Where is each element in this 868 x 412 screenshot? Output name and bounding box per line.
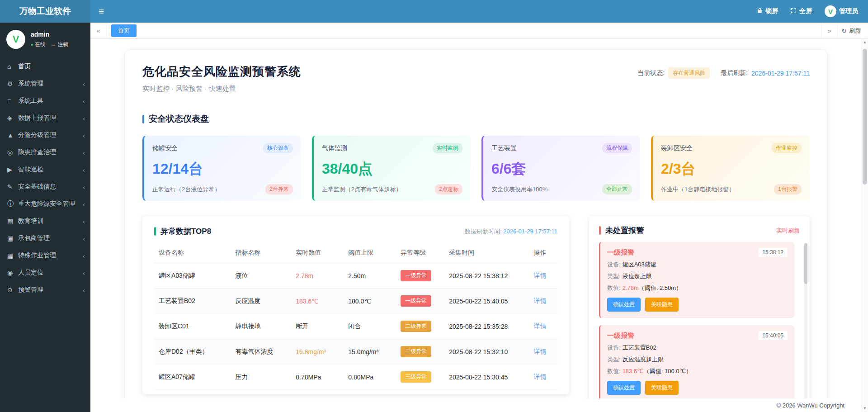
lock-screen-button[interactable]: 锁屏 (757, 7, 778, 15)
card-badge: 全部正常 (602, 184, 632, 194)
table-row: 罐区A03储罐 液位 2.78m 2.50m 一级异常 2025-08-22 1… (154, 263, 557, 289)
cell-threshold: 闭合 (344, 314, 396, 339)
fullscreen-icon (791, 8, 797, 15)
link-hazard-button[interactable]: 关联隐患 (645, 298, 679, 312)
tabs-scroll-right-icon[interactable]: » (821, 23, 837, 38)
refresh-button[interactable]: ↻ 刷新 (837, 23, 868, 38)
scrollbar-thumb[interactable] (863, 49, 867, 185)
sidebar-item-label: 首页 (18, 62, 85, 71)
app-brand: 万物工业软件 (0, 0, 90, 23)
live-refresh-label: 实时刷新 (776, 227, 800, 235)
card-badge: 2台异常 (265, 184, 293, 194)
logout-link[interactable]: →注销 (51, 41, 68, 48)
confirm-handle-button[interactable]: 确认处置 (607, 381, 641, 395)
status-card-loading: 装卸区安全 作业监控 2/3台 作业中（1台静电接地报警） 1台报警 (651, 136, 810, 201)
sidebar-item-risk-grading[interactable]: ▲ 分险分级管理 ‹ (0, 127, 90, 144)
menu-toggle-icon[interactable]: ≡ (90, 0, 112, 23)
user-menu[interactable]: V 管理员 (825, 5, 858, 17)
sidebar-item-label: 隐患排查治理 (18, 148, 83, 156)
avatar: V (6, 30, 25, 49)
sidebar-item-smart-patrol[interactable]: ▶ 智能巡检 ‹ (0, 161, 90, 178)
detail-link[interactable]: 详情 (534, 373, 547, 380)
card-tag: 实时监测 (433, 143, 462, 153)
refresh-label: 刷新 (849, 27, 861, 35)
cell-time: 2025-08-22 15:38:12 (444, 263, 529, 289)
cell-device: 罐区A07储罐 (154, 365, 231, 390)
chevron-left-icon: ‹ (83, 132, 85, 139)
alarm-device-label: 设备: (607, 344, 621, 351)
sidebar-item-major-hazard[interactable]: ⓘ 重大危险源安全管理 ‹ (0, 195, 90, 213)
alarm-threshold-value: （阈值: 2.50m） (639, 284, 682, 291)
logout-label: 注销 (57, 41, 68, 47)
chevron-left-icon: ‹ (83, 200, 85, 208)
alarm-scrollbar-thumb[interactable] (804, 243, 807, 284)
detail-link[interactable]: 详情 (534, 322, 547, 330)
status-card-gas: 气体监测 实时监测 38/40点 正常监测（2点有毒气体超标） 2点超标 (312, 136, 471, 201)
page-status: 当前状态: 存在普通风险 最后刷新: 2026-01-29 17:57:11 (637, 67, 810, 79)
cell-indicator: 有毒气体浓度 (231, 339, 291, 365)
sidebar-item-early-warning[interactable]: ⊙ 预警管理 ‹ (0, 281, 90, 298)
level-badge: 二级异常 (401, 346, 431, 357)
col-device-name: 设备名称 (154, 243, 231, 263)
section-bar (599, 226, 601, 235)
early-warning-icon: ⊙ (7, 286, 18, 294)
footer: © 2026 WanWu Copyright (90, 398, 861, 412)
col-threshold: 阈值上限 (344, 243, 396, 263)
scroll-down-icon[interactable]: ▼ (861, 405, 868, 412)
smart-patrol-icon: ▶ (7, 166, 18, 173)
cell-device: 工艺装置B02 (154, 289, 231, 314)
last-refresh-time: 2026-01-29 17:57:11 (751, 70, 810, 77)
topbar: 万物工业软件 ≡ 锁屏 全屏 V 管理员 (0, 0, 868, 23)
scroll-up-icon[interactable]: ▲ (861, 39, 868, 46)
online-label: 在线 (34, 41, 45, 47)
chevron-left-icon: ‹ (83, 80, 85, 88)
fullscreen-button[interactable]: 全屏 (791, 7, 812, 15)
cell-time: 2025-08-22 15:35:28 (444, 314, 529, 339)
link-hazard-button[interactable]: 关联隐患 (645, 381, 679, 395)
alarm-time-chip: 15:40:05 (758, 331, 788, 340)
detail-link[interactable]: 详情 (534, 348, 547, 355)
alarm-type-value: 反应温度超上限 (623, 356, 664, 363)
section-bar (142, 115, 144, 123)
vertical-scrollbar[interactable]: ▲ ▼ (861, 39, 868, 412)
avatar: V (825, 5, 836, 17)
sidebar-item-system-management[interactable]: ⚙ 系统管理 ‹ (0, 75, 90, 92)
tab-home[interactable]: 首页 (111, 24, 137, 37)
sidebar-item-home[interactable]: ⌂ 首页 (0, 58, 90, 75)
status-badge: 存在普通风险 (668, 67, 710, 79)
status-label: 当前状态: (637, 69, 665, 77)
abnormal-data-table: 设备名称 指标名称 实时数值 阈值上限 异常等级 采集时间 操作 罐区A03储罐 (154, 243, 557, 390)
sidebar-item-data-report[interactable]: ◈ 数据上报管理 ‹ (0, 109, 90, 127)
sidebar-item-personnel-location[interactable]: ◉ 人员定位 ‹ (0, 264, 90, 281)
sidebar-item-special-work[interactable]: ▦ 特殊作业管理 ‹ (0, 247, 90, 264)
tabs-scroll-left-icon[interactable]: « (90, 23, 107, 38)
sidebar-item-training[interactable]: ▤ 教育培训 ‹ (0, 213, 90, 230)
page-subtitle: 实时监控 · 风险预警 · 快速处置 (142, 85, 301, 93)
sidebar-item-contractor[interactable]: ▣ 承包商管理 ‹ (0, 230, 90, 247)
detail-link[interactable]: 详情 (534, 272, 547, 279)
detail-link[interactable]: 详情 (534, 297, 547, 304)
abnormal-data-panel: 异常数据TOP8 数据刷新时间: 2026-01-29 17:57:11 设备名… (142, 216, 569, 394)
alarm-device-value: 罐区A03储罐 (623, 261, 656, 268)
card-title: 装卸区安全 (661, 144, 693, 152)
tab-bar: « 首页 » ↻ 刷新 (90, 23, 868, 39)
sidebar-item-label: 承包商管理 (18, 234, 83, 242)
chevron-left-icon: ‹ (83, 252, 85, 260)
alarm-value: 183.6℃ (623, 368, 644, 374)
safety-info-icon: ✎ (7, 183, 18, 190)
alarm-type-value: 液位超上限 (623, 273, 652, 279)
section-title-dashboard: 安全状态仪表盘 (149, 113, 209, 125)
col-collect-time: 采集时间 (444, 243, 529, 263)
lock-icon (757, 8, 763, 15)
card-desc: 安全仪表投用率100% (491, 185, 547, 194)
cell-device: 罐区A03储罐 (154, 263, 231, 289)
level-badge: 二级异常 (401, 321, 431, 332)
sidebar-item-safety-info[interactable]: ✎ 安全基础信息 ‹ (0, 178, 90, 195)
alarm-panel-scrollbar[interactable] (804, 242, 807, 408)
sidebar-item-hazard-inspection[interactable]: ◎ 隐患排查治理 ‹ (0, 144, 90, 161)
confirm-handle-button[interactable]: 确认处置 (607, 298, 641, 312)
sidebar-item-system-tools[interactable]: ≡ 系统工具 ‹ (0, 92, 90, 109)
table-row: 罐区A07储罐 压力 0.78MPa 0.80MPa 三级异常 2025-08-… (154, 365, 557, 390)
copyright-text: © 2026 WanWu Copyright (777, 402, 844, 409)
topbar-right: 锁屏 全屏 V 管理员 (757, 0, 868, 23)
